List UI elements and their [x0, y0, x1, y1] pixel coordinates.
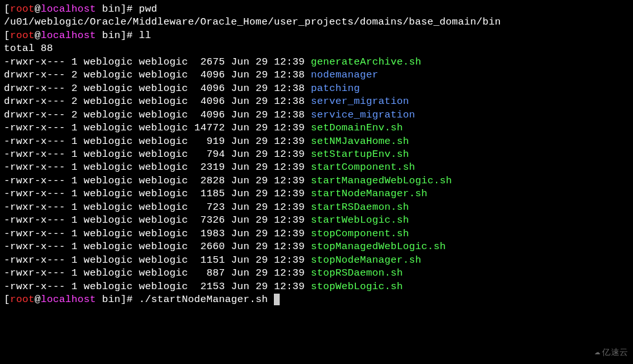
file-size: 1151 [194, 254, 225, 266]
terminal-line: [root@localhost bin]# pwd [4, 3, 629, 15]
listing-row: -rwxr-x--- 1 weblogic weblogic 1185 Jun … [4, 187, 629, 200]
prompt-open-bracket: [ [4, 30, 10, 41]
file-size: 794 [194, 148, 225, 160]
file-group: weblogic [139, 136, 188, 147]
file-name: nodemanager [311, 69, 379, 81]
prompt-at: @ [35, 30, 41, 41]
terminal-line: [root@localhost bin]# ./startNodeManager… [4, 293, 629, 306]
cursor[interactable] [274, 294, 280, 305]
file-name: setStartupEnv.sh [311, 148, 409, 160]
listing-row: -rwxr-x--- 1 weblogic weblogic 7326 Jun … [4, 214, 629, 227]
file-name: stopRSDaemon.sh [311, 267, 403, 279]
file-group: weblogic [139, 109, 188, 121]
file-size: 2153 [194, 281, 225, 292]
file-size: 887 [194, 267, 225, 279]
file-owner: weblogic [84, 214, 133, 226]
file-owner: weblogic [84, 241, 133, 252]
listing-row: -rwxr-x--- 1 weblogic weblogic 1983 Jun … [4, 227, 629, 240]
file-links: 1 [72, 161, 78, 173]
prompt-open-bracket: [ [4, 3, 10, 15]
prompt-hash: # [127, 30, 139, 41]
file-links: 1 [72, 267, 78, 279]
cloud-icon: ☁ [594, 346, 600, 359]
terminal-output[interactable]: [root@localhost bin]# pwd/u01/weblogic/O… [4, 3, 629, 306]
file-perms: -rwxr-x--- [4, 136, 65, 147]
file-links: 1 [72, 122, 78, 134]
file-owner: weblogic [84, 122, 133, 134]
file-perms: -rwxr-x--- [4, 122, 65, 134]
prompt-close-bracket: ] [121, 3, 127, 15]
file-size: 2675 [194, 56, 225, 68]
file-owner: weblogic [84, 161, 133, 173]
file-perms: -rwxr-x--- [4, 281, 65, 292]
file-date: Jun 29 12:39 [231, 241, 305, 252]
file-group: weblogic [139, 175, 188, 187]
file-size: 4096 [194, 69, 225, 81]
file-owner: weblogic [84, 109, 133, 121]
file-size: 4096 [194, 83, 225, 94]
listing-row: -rwxr-x--- 1 weblogic weblogic 794 Jun 2… [4, 148, 629, 161]
file-owner: weblogic [84, 201, 133, 213]
file-owner: weblogic [84, 254, 133, 266]
listing-row: -rwxr-x--- 1 weblogic weblogic 2828 Jun … [4, 174, 629, 187]
listing-row: -rwxr-x--- 1 weblogic weblogic 2675 Jun … [4, 56, 629, 68]
file-owner: weblogic [84, 56, 133, 68]
file-name: stopNodeManager.sh [311, 254, 421, 266]
file-group: weblogic [139, 214, 188, 226]
file-perms: -rwxr-x--- [4, 228, 65, 239]
file-links: 1 [72, 241, 78, 252]
file-owner: weblogic [84, 96, 133, 107]
file-links: 1 [72, 254, 78, 266]
file-group: weblogic [139, 56, 188, 68]
file-date: Jun 29 12:39 [231, 254, 305, 266]
listing-row: -rwxr-x--- 1 weblogic weblogic 919 Jun 2… [4, 135, 629, 148]
file-name: stopComponent.sh [311, 228, 409, 239]
file-links: 2 [72, 83, 78, 94]
file-perms: -rwxr-x--- [4, 148, 65, 160]
file-perms: -rwxr-x--- [4, 56, 65, 68]
prompt-host: localhost [41, 30, 96, 41]
file-group: weblogic [139, 83, 188, 94]
file-name: startManagedWebLogic.sh [311, 175, 452, 187]
prompt-dir: bin [96, 3, 121, 15]
file-date: Jun 29 12:39 [231, 281, 305, 292]
file-date: Jun 29 12:38 [231, 109, 305, 121]
file-name: startRSDaemon.sh [311, 201, 409, 213]
terminal-line: [root@localhost bin]# ll [4, 29, 629, 42]
file-links: 1 [72, 228, 78, 239]
file-group: weblogic [139, 267, 188, 279]
file-perms: drwxr-x--- [4, 83, 65, 94]
prompt-open-bracket: [ [4, 294, 10, 305]
file-owner: weblogic [84, 175, 133, 187]
prompt-host: localhost [41, 3, 96, 15]
prompt-user: root [10, 294, 35, 305]
prompt-user: root [10, 3, 35, 15]
file-owner: weblogic [84, 228, 133, 239]
file-perms: -rwxr-x--- [4, 175, 65, 187]
listing-row: -rwxr-x--- 1 weblogic weblogic 2153 Jun … [4, 280, 629, 293]
file-owner: weblogic [84, 281, 133, 292]
file-size: 7326 [194, 214, 225, 226]
file-date: Jun 29 12:38 [231, 96, 305, 107]
file-perms: -rwxr-x--- [4, 267, 65, 279]
file-date: Jun 29 12:39 [231, 175, 305, 187]
file-size: 919 [194, 136, 225, 147]
file-group: weblogic [139, 148, 188, 160]
file-links: 1 [72, 188, 78, 199]
file-size: 4096 [194, 109, 225, 121]
prompt-at: @ [35, 294, 41, 305]
file-group: weblogic [139, 254, 188, 266]
file-perms: drwxr-x--- [4, 109, 65, 121]
pwd-output: /u01/weblogic/Oracle/Middleware/Oracle_H… [4, 15, 629, 28]
file-owner: weblogic [84, 188, 133, 199]
file-perms: -rwxr-x--- [4, 161, 65, 173]
file-size: 14772 [194, 122, 225, 134]
file-date: Jun 29 12:39 [231, 161, 305, 173]
file-group: weblogic [139, 161, 188, 173]
file-owner: weblogic [84, 136, 133, 147]
file-perms: drwxr-x--- [4, 96, 65, 107]
file-date: Jun 29 12:39 [231, 136, 305, 147]
file-date: Jun 29 12:38 [231, 69, 305, 81]
file-group: weblogic [139, 188, 188, 199]
prompt-host: localhost [41, 294, 96, 305]
